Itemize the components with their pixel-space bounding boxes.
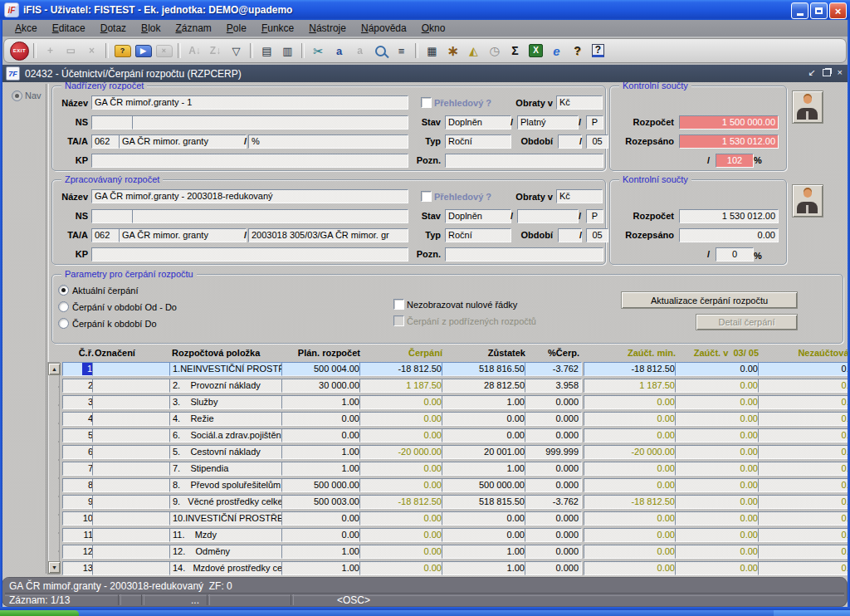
table-cell-cerp[interactable]: 0.00 bbox=[359, 395, 445, 409]
parent-taa-code-field[interactable]: 062 bbox=[91, 134, 122, 149]
table-cell-zv[interactable]: 0.00 bbox=[675, 561, 761, 575]
table-cell-nez[interactable]: 0.00 bbox=[758, 412, 848, 426]
table-cell-pct[interactable]: 0.000 bbox=[525, 561, 582, 575]
scroll-down-icon[interactable]: ▼ bbox=[48, 561, 61, 574]
table-cell-zust[interactable]: 1.00 bbox=[442, 561, 528, 575]
table-cell-n[interactable]: 8 bbox=[62, 478, 96, 492]
current-nazev-field[interactable]: GA ČR mimoř.granty - 2003018-redukovaný bbox=[91, 189, 408, 203]
parent-kp-field[interactable] bbox=[91, 154, 408, 168]
table-cell-n[interactable]: 7 bbox=[62, 462, 96, 476]
radio-cerpani-od-do[interactable] bbox=[58, 301, 69, 312]
table-cell-zmin[interactable]: 1 187.50 bbox=[584, 379, 678, 393]
table-cell-pct[interactable]: 0.000 bbox=[525, 545, 582, 559]
table-cell-cerp[interactable]: 0.00 bbox=[359, 511, 445, 526]
table-cell-plan[interactable]: 1.00 bbox=[281, 395, 363, 409]
current-person-button[interactable] bbox=[792, 184, 823, 218]
table-cell-zmin[interactable]: 0.00 bbox=[584, 511, 678, 526]
scroll-up-icon[interactable]: ▲ bbox=[48, 363, 61, 375]
table-cell-zust[interactable]: 518 815.50 bbox=[442, 495, 528, 509]
table-cell-zust[interactable]: 1.00 bbox=[442, 545, 528, 559]
table-cell-zmin[interactable]: 0.00 bbox=[584, 412, 678, 426]
table-cell-pct[interactable]: 0.000 bbox=[525, 428, 582, 442]
table-cell-plan[interactable]: 0.00 bbox=[281, 511, 363, 526]
menu-akce[interactable]: Akce bbox=[7, 21, 45, 36]
menu-nastroje[interactable]: Nástroje bbox=[301, 21, 354, 36]
current-stav1-field[interactable]: Doplněn bbox=[445, 209, 511, 223]
cut-icon[interactable]: ✂ bbox=[308, 41, 329, 61]
table-cell-mark[interactable] bbox=[92, 545, 173, 559]
table-cell-zmin[interactable]: 0.00 bbox=[584, 528, 678, 542]
table-cell-item[interactable]: 8. Převod spoluřešitelům bbox=[169, 478, 285, 492]
parent-ns-name-field[interactable] bbox=[132, 115, 408, 130]
nav-radio[interactable] bbox=[12, 90, 22, 101]
table-cell-zmin[interactable]: -20 000.00 bbox=[584, 445, 678, 459]
current-taa-detail-field[interactable]: 2003018 305/03/GA ČR mimor. gr bbox=[248, 228, 408, 242]
table-cell-plan[interactable]: 500 004.00 bbox=[281, 362, 363, 376]
table-cell-plan[interactable]: 1.00 bbox=[281, 561, 363, 575]
minimize-button[interactable] bbox=[791, 2, 808, 19]
table-cell-mark[interactable] bbox=[92, 428, 173, 442]
table-cell-n[interactable]: 11 bbox=[62, 528, 96, 542]
close-button[interactable]: × bbox=[829, 2, 847, 19]
radio-cerpani-k-obdobi[interactable] bbox=[58, 318, 69, 329]
table-cell-n[interactable]: 9 bbox=[62, 495, 96, 509]
menu-napoveda[interactable]: Nápověda bbox=[354, 21, 414, 36]
table-cell-zv[interactable]: 0.00 bbox=[675, 445, 761, 459]
table-cell-zust[interactable]: 1.00 bbox=[442, 395, 528, 409]
table-cell-zmin[interactable]: 0.00 bbox=[584, 561, 678, 575]
parent-taa-detail-field[interactable]: % bbox=[248, 134, 408, 149]
current-obdobi2-field[interactable]: 05 bbox=[586, 228, 608, 242]
table-cell-pct[interactable]: 3.958 bbox=[525, 379, 582, 393]
menu-dotaz[interactable]: Dotaz bbox=[93, 21, 134, 36]
table-cell-zust[interactable]: 20 001.00 bbox=[442, 445, 528, 459]
table-cell-mark[interactable] bbox=[92, 495, 173, 509]
navigator-wheel-icon[interactable]: ∗ bbox=[442, 41, 463, 61]
clock-icon[interactable]: ◷ bbox=[484, 41, 505, 61]
parent-obdobi1-field[interactable] bbox=[558, 134, 582, 149]
context-help-icon[interactable]: ? bbox=[588, 41, 608, 61]
mdi-restore-icon[interactable] bbox=[823, 69, 831, 76]
current-prehledovy-checkbox[interactable] bbox=[421, 191, 432, 202]
table-cell-zust[interactable]: 0.00 bbox=[442, 428, 528, 442]
table-cell-pct[interactable]: 0.000 bbox=[525, 511, 582, 526]
table-cell-pct[interactable]: -3.762 bbox=[525, 495, 582, 509]
table-cell-zv[interactable]: 0.00 bbox=[675, 478, 761, 492]
sum-icon[interactable]: Σ bbox=[505, 41, 525, 61]
table-cell-zmin[interactable]: 0.00 bbox=[584, 428, 678, 442]
table-cell-n[interactable]: 6 bbox=[62, 445, 96, 459]
taskbar-item[interactable] bbox=[774, 610, 850, 616]
menu-pole[interactable]: Pole bbox=[219, 21, 254, 36]
table-cell-cerp[interactable]: -18 812.50 bbox=[359, 362, 445, 376]
parent-obdobi2-field[interactable]: 05 bbox=[586, 134, 608, 149]
parent-person-button[interactable] bbox=[792, 90, 823, 124]
table-cell-nez[interactable]: 0.00 bbox=[758, 462, 848, 476]
table-cell-n[interactable]: 10 bbox=[62, 511, 96, 526]
report-icon[interactable]: ▦ bbox=[422, 41, 442, 61]
table-cell-item[interactable]: 3. Služby bbox=[169, 395, 285, 409]
table-cell-pct[interactable]: 0.000 bbox=[525, 462, 582, 476]
table-cell-zv[interactable]: 0.00 bbox=[675, 412, 761, 426]
current-taa-name-field[interactable]: GA ČR mimor. granty bbox=[119, 228, 247, 242]
table-cell-nez[interactable]: 0.00 bbox=[758, 561, 848, 575]
enter-query-icon[interactable]: ? bbox=[112, 41, 133, 61]
table-cell-mark[interactable] bbox=[92, 379, 173, 393]
current-obdobi1-field[interactable] bbox=[558, 228, 582, 242]
table-cell-zmin[interactable]: 0.00 bbox=[584, 462, 678, 476]
mdi-close-icon[interactable]: × bbox=[838, 68, 843, 77]
table-cell-zmin[interactable]: 0.00 bbox=[584, 395, 678, 409]
nezobrazovat-checkbox[interactable] bbox=[393, 299, 404, 310]
table-cell-plan[interactable]: 1.00 bbox=[281, 545, 363, 559]
start-button[interactable] bbox=[0, 610, 79, 616]
current-ns-code-field[interactable] bbox=[91, 209, 134, 223]
table-cell-zust[interactable]: 518 816.50 bbox=[442, 362, 528, 376]
current-stav3-field[interactable]: P bbox=[586, 209, 603, 223]
table-cell-nez[interactable]: 0.00 bbox=[758, 511, 848, 526]
menu-okno[interactable]: Okno bbox=[414, 21, 453, 36]
table-cell-n[interactable]: 13 bbox=[62, 561, 96, 575]
table-cell-zv[interactable]: 0.00 bbox=[675, 395, 761, 409]
table-cell-mark[interactable] bbox=[92, 462, 173, 476]
table-cell-pct[interactable]: -3.762 bbox=[525, 362, 582, 376]
table-cell-cerp[interactable]: 0.00 bbox=[359, 428, 445, 442]
table-cell-cerp[interactable]: 1 187.50 bbox=[359, 379, 445, 393]
table-cell-mark[interactable] bbox=[92, 362, 173, 376]
